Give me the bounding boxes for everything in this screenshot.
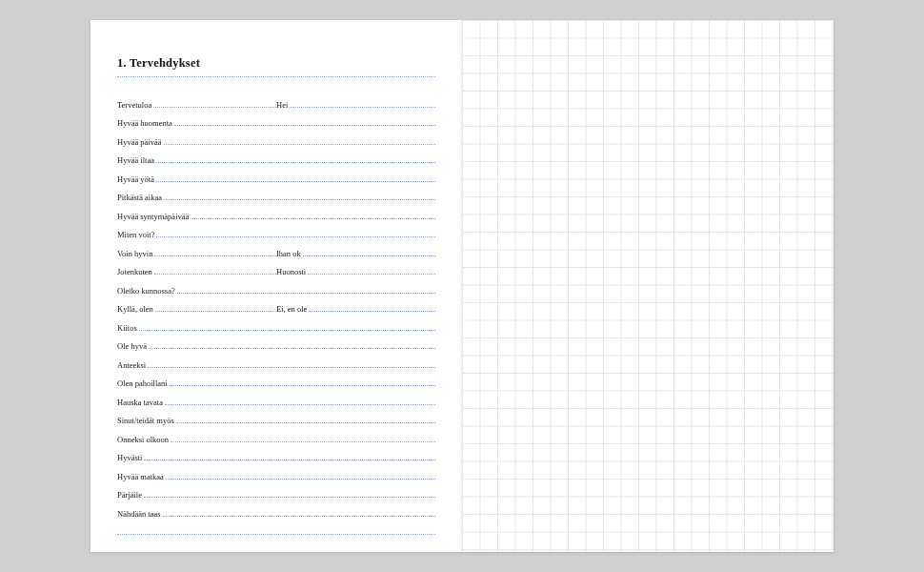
dotted-fill [303, 255, 435, 256]
dotted-fill [164, 144, 436, 145]
vocab-cell: Ole hyvä [117, 341, 435, 351]
vocab-cell: Hyvästi [117, 453, 435, 462]
vocab-label: Hyvää syntymäpäivää [117, 212, 191, 221]
vocab-cell: Voin hyvin [117, 249, 276, 258]
dotted-fill [117, 534, 435, 535]
section-title: 1. Tervehdykset [117, 56, 435, 71]
vocab-cell: Huonosti [276, 267, 435, 276]
vocab-label: Nähdään taas [117, 509, 163, 519]
vocab-row: JotenkutenHuonosti [117, 258, 435, 277]
dotted-fill [156, 181, 435, 182]
vocab-row: Miten voit? [117, 221, 435, 240]
vocab-label: Pitkästä aikaa [117, 193, 164, 202]
vocab-row: Hyvää huomenta [117, 110, 435, 129]
vocab-cell: Onneksi olkoon [117, 435, 435, 444]
vocab-cell: Hyvää yötä [117, 174, 435, 184]
dotted-fill [144, 497, 435, 498]
vocab-cell: Ei, en ole [276, 304, 435, 314]
dotted-fill [154, 274, 276, 275]
dotted-fill [149, 348, 435, 349]
dotted-fill [155, 311, 276, 312]
dotted-fill [170, 385, 435, 386]
vocab-label: Oletko kunnossa? [117, 286, 177, 296]
vocab-label: Hei [276, 100, 290, 110]
vocab-row [117, 519, 435, 538]
vocab-cell: Nähdään taas [117, 509, 435, 519]
vocab-label: Hyvää yötä [117, 174, 156, 184]
vocab-label: Anteeksi [117, 360, 148, 370]
vocab-label: Jotenkuten [117, 267, 154, 276]
vocab-cell: Hyvää syntymäpäivää [117, 212, 435, 221]
vocab-label: Kiitos [117, 323, 139, 333]
dotted-fill [176, 422, 435, 423]
vocab-row: Olen pahoillani [117, 370, 435, 389]
vocab-cell: Hei [276, 100, 435, 110]
vocab-row: Hyvää päivää [117, 128, 435, 147]
vocab-cell: Hyvää päivää [117, 137, 435, 147]
vocab-row: Nähdään taas [117, 500, 435, 519]
vocab-cell: Hyvää iltaa [117, 155, 435, 165]
vocab-label: Ei, en ole [276, 304, 309, 314]
vocab-row: Pitkästä aikaa [117, 184, 435, 203]
dotted-fill [153, 107, 276, 108]
vocab-label: Sinut/teidät myös [117, 416, 176, 425]
vocab-row: Oletko kunnossa? [117, 276, 435, 296]
vocab-label: Hyvää päivää [117, 137, 164, 147]
vocab-row: Hyvää iltaa [117, 147, 435, 166]
vocab-label: Tervetuloa [117, 100, 153, 110]
vocab-label: Ole hyvä [117, 341, 149, 351]
vocab-row: Sinut/teidät myös [117, 407, 435, 426]
vocab-cell: Jotenkuten [117, 267, 276, 276]
notebook-spread: 1. Tervehdykset TervetuloaHeiHyvää huome… [90, 20, 834, 552]
vocab-cell: Olen pahoillani [117, 378, 435, 388]
vocab-label: Hyvästi [117, 453, 144, 462]
vocab-label: Hyvää iltaa [117, 155, 156, 165]
dotted-fill [309, 311, 435, 312]
vocab-label: Ihan ok [276, 249, 303, 258]
page-right-grid [462, 20, 834, 552]
vocab-row: Pärjäile [117, 481, 435, 500]
vocab-rows: TervetuloaHeiHyvää huomentaHyvää päivääH… [117, 91, 435, 537]
vocab-cell: Kyllä, olen [117, 304, 276, 314]
vocab-cell: Sinut/teidät myös [117, 416, 435, 425]
vocab-cell: Pärjäile [117, 490, 435, 500]
dotted-fill [165, 404, 435, 405]
dotted-fill [156, 236, 435, 237]
vocab-label: Hyvää huomenta [117, 118, 174, 128]
vocab-label: Kyllä, olen [117, 304, 155, 314]
dotted-fill [144, 460, 435, 460]
vocab-row: Hyvää syntymäpäivää [117, 202, 435, 221]
vocab-label: Voin hyvin [117, 249, 154, 258]
dotted-fill [177, 293, 435, 294]
dotted-fill [290, 107, 435, 108]
vocab-row: Hyvää matkaa [117, 462, 435, 481]
dotted-fill [166, 479, 435, 480]
vocab-row: Hauska tavata [117, 388, 435, 407]
vocab-row: Anteeksi [117, 351, 435, 370]
dotted-fill [174, 125, 435, 126]
vocab-cell: Hyvää matkaa [117, 472, 435, 481]
vocab-row: Voin hyvinIhan ok [117, 239, 435, 258]
vocab-row: Kyllä, olenEi, en ole [117, 296, 435, 315]
dotted-fill [154, 255, 276, 256]
vocab-cell: Pitkästä aikaa [117, 193, 435, 202]
vocab-label: Olen pahoillani [117, 378, 170, 388]
vocab-cell: Miten voit? [117, 230, 435, 239]
vocab-cell: Anteeksi [117, 360, 435, 370]
dotted-fill [164, 199, 435, 200]
dotted-fill [171, 441, 435, 442]
vocab-label: Hyvää matkaa [117, 472, 166, 481]
vocab-row: TervetuloaHei [117, 91, 435, 110]
vocab-label: Pärjäile [117, 490, 144, 500]
vocab-row: Hyvästi [117, 444, 435, 463]
title-underline [117, 76, 435, 77]
vocab-cell: Hauska tavata [117, 398, 435, 407]
dotted-fill [308, 274, 435, 275]
page-left: 1. Tervehdykset TervetuloaHeiHyvää huome… [90, 20, 462, 552]
dotted-fill [163, 516, 435, 517]
vocab-cell: Tervetuloa [117, 100, 276, 110]
vocab-cell: Hyvää huomenta [117, 118, 435, 128]
vocab-row: Onneksi olkoon [117, 425, 435, 444]
vocab-row: Kiitos [117, 314, 435, 333]
vocab-row: Ole hyvä [117, 333, 435, 352]
